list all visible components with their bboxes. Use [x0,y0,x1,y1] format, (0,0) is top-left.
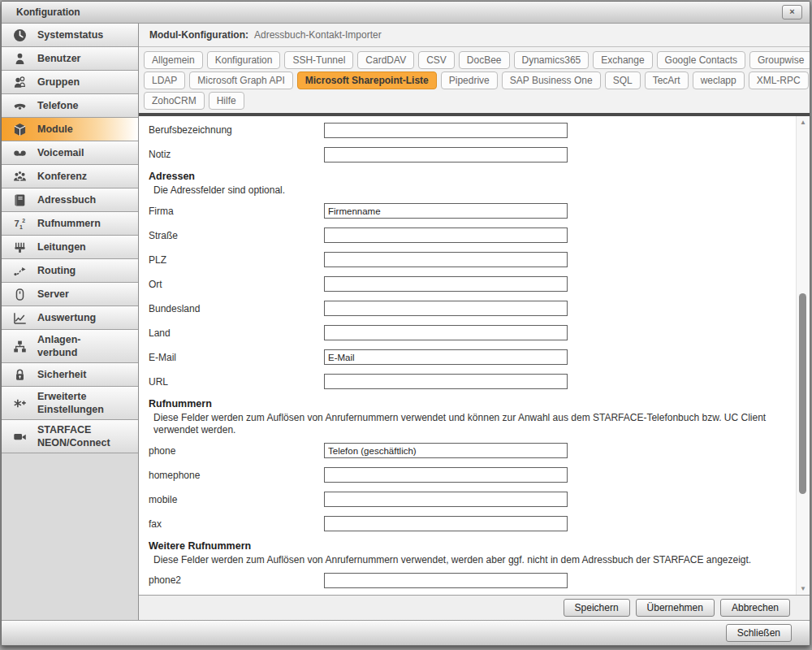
sidebar-item-label: Gruppen [37,76,80,89]
field-row: fax [149,512,796,536]
firma-input[interactable] [324,203,568,219]
voicemail-icon [2,146,37,160]
speichern-button[interactable]: Speichern [564,599,630,617]
sidebar-item-konferenz[interactable]: Konferenz [2,165,138,188]
berufsbezeichnung-input[interactable] [324,123,568,138]
tab-groupwise[interactable]: Groupwise [749,51,810,69]
url-input[interactable] [324,374,568,389]
tab-google-contacts[interactable]: Google Contacts [657,51,745,69]
book-icon [2,193,37,207]
mobile-input[interactable] [324,492,568,507]
e-mail-input[interactable] [324,349,568,365]
tab-weclapp[interactable]: weclapp [693,72,745,89]
sidebar-item-systemstatus[interactable]: Systemstatus [2,24,138,47]
field-label: Land [149,327,324,339]
sidebar-item-starface-neon-connect[interactable]: STARFACE NEON/Connect [2,420,138,453]
plz-input[interactable] [324,252,568,267]
abbrechen-button[interactable]: Abbrechen [720,599,790,617]
tab-docbee[interactable]: DocBee [459,51,510,69]
tab-zohocrm[interactable]: ZohoCRM [144,92,205,110]
tab-ssh-tunnel[interactable]: SSH-Tunnel [284,51,353,69]
tab-csv[interactable]: CSV [418,51,455,69]
tab-row: LDAPMicrosoft Graph APIMicrosoft Sharepo… [144,72,805,89]
sidebar-item-sicherheit[interactable]: Sicherheit [2,363,138,387]
phone-input[interactable] [324,443,568,458]
sidebar-item-module[interactable]: Module [2,118,138,141]
bernehmen-button[interactable]: Übernehmen [636,599,715,617]
window-title: Konfiguration [16,6,80,18]
route-icon [2,264,37,278]
phone2-input[interactable] [324,573,568,588]
section-heading: Adressen [149,171,796,184]
ort-input[interactable] [324,276,568,292]
sidebar-empty-area [2,453,138,620]
sidebar-item-leitungen[interactable]: Leitungen [2,236,138,259]
scrollbar-thumb[interactable] [799,293,806,494]
homephone-input[interactable] [324,467,568,483]
sidebar-item-label: Rufnummern [37,217,101,230]
field-label: Berufsbezeichnung [149,124,324,136]
sidebar-item-gruppen[interactable]: Gruppen [2,71,138,94]
fax-input[interactable] [324,516,568,531]
tab-sql[interactable]: SQL [605,72,641,89]
section-note: Die Adressfelder sind optional. [149,184,788,197]
tab-dynamics365[interactable]: Dynamics365 [514,51,590,69]
scroll-down-icon[interactable]: ▼ [797,585,810,592]
tab-microsoft-sharepoint-liste[interactable]: Microsoft Sharepoint-Liste [297,72,437,89]
sidebar-item-label: Server [37,288,69,301]
close-icon[interactable]: × [782,5,802,20]
module-header-title: Modul-Konfiguration: [149,29,248,41]
field-row: PLZ [149,248,796,272]
schliessen-button[interactable]: Schließen [726,624,792,642]
tab-hilfe[interactable]: Hilfe [209,92,244,110]
field-row: Land [149,321,796,345]
field-label: Bundesland [149,303,324,314]
sidebar-item-server[interactable]: Server [2,283,138,306]
sidebar: SystemstatusBenutzerGruppenTelefoneModul… [2,24,139,620]
tab-microsoft-graph-api[interactable]: Microsoft Graph API [189,72,292,89]
sidebar-item-auswertung[interactable]: Auswertung [2,306,138,330]
sidebar-item-telefone[interactable]: Telefone [2,94,138,118]
scroll-up-icon[interactable]: ▲ [797,119,810,126]
field-row: Berufsbezeichnung [149,118,796,142]
land-input[interactable] [324,325,568,340]
sidebar-item-label: Konferenz [37,170,87,183]
sidebar-item-benutzer[interactable]: Benutzer [2,47,138,71]
screen: Konfiguration × SystemstatusBenutzerGrup… [0,0,812,650]
sidebar-item-routing[interactable]: Routing [2,259,138,283]
field-row: homephone [149,463,796,488]
tab-pipedrive[interactable]: Pipedrive [441,72,498,89]
section-heading: Rufnummern [149,398,796,412]
tab-tecart[interactable]: TecArt [645,72,689,89]
field-label: Straße [149,230,324,241]
window-titlebar[interactable]: Konfiguration × [2,2,810,24]
bundesland-input[interactable] [324,301,568,316]
field-row: Firma [149,199,796,223]
tab-konfiguration[interactable]: Konfiguration [207,51,281,69]
sidebar-item-anlagen-verbund[interactable]: Anlagen- verbund [2,330,138,363]
sidebar-item-label: Adressbuch [37,193,96,206]
tab-ldap[interactable]: LDAP [144,72,185,89]
tab-sap-business-one[interactable]: SAP Business One [502,72,601,89]
field-label: homephone [149,470,324,481]
notiz-input[interactable] [324,147,568,162]
main-area: SystemstatusBenutzerGruppenTelefoneModul… [2,24,810,620]
sidebar-item-erweiterte-einstellungen[interactable]: Erweiterte Einstellungen [2,387,138,420]
tab-allgemein[interactable]: Allgemein [144,51,203,69]
sidebar-item-adressbuch[interactable]: Adressbuch [2,188,138,212]
clock-icon [2,28,37,42]
tab-carddav[interactable]: CardDAV [357,51,414,69]
sidebar-item-label: Auswertung [37,311,96,324]
tab-xml-rpc[interactable]: XML-RPC [749,72,809,89]
field-label: mobile [149,494,324,505]
numbers-icon [2,217,37,231]
sidebar-item-voicemail[interactable]: Voicemail [2,141,138,165]
sidebar-items: SystemstatusBenutzerGruppenTelefoneModul… [2,24,138,453]
server-icon [2,288,37,301]
tab-exchange[interactable]: Exchange [593,51,652,69]
stra-e-input[interactable] [324,228,568,243]
sidebar-item-rufnummern[interactable]: Rufnummern [2,212,138,236]
vertical-scrollbar[interactable]: ▲ ▼ [796,116,810,595]
sidebar-item-label: Voicemail [37,146,84,159]
content-panel: Modul-Konfiguration: Adressbuch-Kontakt-… [139,24,810,620]
